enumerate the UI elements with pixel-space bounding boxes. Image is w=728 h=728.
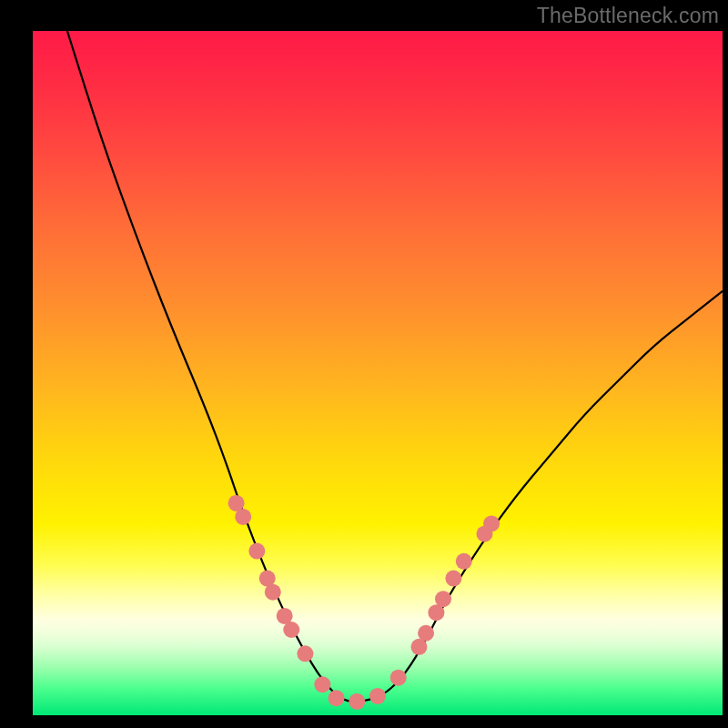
data-dot — [390, 670, 407, 686]
data-dot — [297, 645, 313, 662]
data-dot — [329, 690, 345, 706]
data-dot — [349, 693, 365, 710]
data-dot — [435, 591, 451, 607]
plot-area — [33, 31, 723, 715]
data-dot — [248, 543, 265, 560]
watermark-text: TheBottleneck.com — [537, 4, 719, 28]
data-dot — [314, 676, 330, 693]
data-dot — [418, 625, 434, 642]
bottleneck-curve — [67, 31, 723, 702]
data-dot — [483, 515, 500, 531]
curve-layer — [33, 31, 723, 715]
data-dots — [228, 495, 500, 710]
data-dot — [235, 509, 251, 525]
data-dot — [283, 622, 299, 638]
data-dot — [456, 553, 472, 570]
data-dot — [369, 688, 386, 704]
data-dot — [445, 571, 461, 587]
chart-frame: TheBottleneck.com — [0, 0, 728, 728]
data-dot — [265, 584, 281, 601]
